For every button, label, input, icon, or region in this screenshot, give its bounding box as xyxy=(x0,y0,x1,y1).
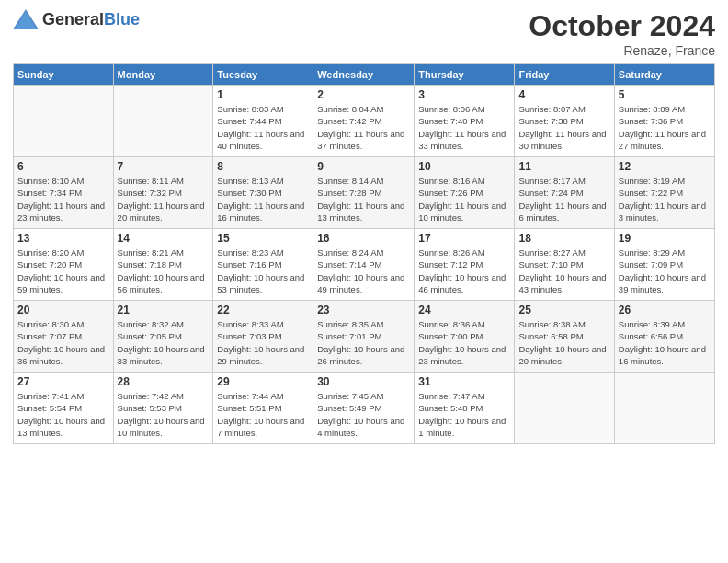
col-friday: Friday xyxy=(515,64,614,86)
table-row: 6Sunrise: 8:10 AM Sunset: 7:34 PM Daylig… xyxy=(14,157,114,229)
table-row xyxy=(14,86,114,157)
day-number: 14 xyxy=(118,232,210,245)
calendar-week-5: 27Sunrise: 7:41 AM Sunset: 5:54 PM Dayli… xyxy=(14,373,715,444)
day-number: 15 xyxy=(217,232,309,245)
day-number: 9 xyxy=(317,160,410,173)
table-row: 9Sunrise: 8:14 AM Sunset: 7:28 PM Daylig… xyxy=(313,157,415,229)
day-info: Sunrise: 8:20 AM Sunset: 7:20 PM Dayligh… xyxy=(17,247,109,295)
table-row: 1Sunrise: 8:03 AM Sunset: 7:44 PM Daylig… xyxy=(213,86,313,157)
day-info: Sunrise: 8:39 AM Sunset: 6:56 PM Dayligh… xyxy=(619,318,711,367)
table-row: 2Sunrise: 8:04 AM Sunset: 7:42 PM Daylig… xyxy=(313,86,415,157)
day-info: Sunrise: 8:10 AM Sunset: 7:34 PM Dayligh… xyxy=(17,175,109,224)
table-row: 15Sunrise: 8:23 AM Sunset: 7:16 PM Dayli… xyxy=(213,229,313,301)
day-number: 12 xyxy=(619,160,711,173)
logo-blue: Blue xyxy=(104,10,140,29)
day-number: 13 xyxy=(17,232,109,245)
day-number: 31 xyxy=(418,375,510,388)
day-info: Sunrise: 8:17 AM Sunset: 7:24 PM Dayligh… xyxy=(518,175,609,224)
day-number: 16 xyxy=(317,232,410,245)
table-row: 18Sunrise: 8:27 AM Sunset: 7:10 PM Dayli… xyxy=(515,229,614,301)
table-row xyxy=(113,86,213,157)
main-container: GeneralBlue October 2024 Renaze, France … xyxy=(0,0,728,454)
day-number: 25 xyxy=(518,304,609,316)
day-info: Sunrise: 8:32 AM Sunset: 7:05 PM Dayligh… xyxy=(118,318,210,367)
day-info: Sunrise: 8:29 AM Sunset: 7:09 PM Dayligh… xyxy=(619,247,711,295)
table-row: 8Sunrise: 8:13 AM Sunset: 7:30 PM Daylig… xyxy=(213,157,313,229)
day-info: Sunrise: 8:36 AM Sunset: 7:00 PM Dayligh… xyxy=(418,318,510,367)
month-title: October 2024 xyxy=(529,9,715,43)
day-info: Sunrise: 8:30 AM Sunset: 7:07 PM Dayligh… xyxy=(17,318,109,367)
day-number: 24 xyxy=(418,304,510,316)
day-number: 20 xyxy=(17,304,109,316)
day-number: 3 xyxy=(418,88,510,101)
day-info: Sunrise: 8:26 AM Sunset: 7:12 PM Dayligh… xyxy=(418,247,510,295)
calendar-week-4: 20Sunrise: 8:30 AM Sunset: 7:07 PM Dayli… xyxy=(14,301,715,373)
table-row: 16Sunrise: 8:24 AM Sunset: 7:14 PM Dayli… xyxy=(313,229,415,301)
calendar-week-2: 6Sunrise: 8:10 AM Sunset: 7:34 PM Daylig… xyxy=(14,157,715,229)
day-number: 4 xyxy=(518,88,609,101)
day-number: 23 xyxy=(317,304,410,316)
day-info: Sunrise: 8:23 AM Sunset: 7:16 PM Dayligh… xyxy=(217,247,309,295)
day-info: Sunrise: 8:38 AM Sunset: 6:58 PM Dayligh… xyxy=(518,318,609,367)
table-row: 27Sunrise: 7:41 AM Sunset: 5:54 PM Dayli… xyxy=(14,373,114,444)
day-number: 29 xyxy=(217,375,309,388)
day-number: 10 xyxy=(418,160,510,173)
col-wednesday: Wednesday xyxy=(313,64,415,86)
day-info: Sunrise: 8:07 AM Sunset: 7:38 PM Dayligh… xyxy=(518,103,609,152)
col-monday: Monday xyxy=(113,64,213,86)
col-thursday: Thursday xyxy=(415,64,515,86)
day-info: Sunrise: 8:21 AM Sunset: 7:18 PM Dayligh… xyxy=(118,247,210,295)
day-number: 21 xyxy=(118,304,210,316)
day-number: 17 xyxy=(418,232,510,245)
title-area: October 2024 Renaze, France xyxy=(529,9,715,58)
day-number: 28 xyxy=(118,375,210,388)
table-row: 10Sunrise: 8:16 AM Sunset: 7:26 PM Dayli… xyxy=(415,157,515,229)
calendar-week-1: 1Sunrise: 8:03 AM Sunset: 7:44 PM Daylig… xyxy=(14,86,715,157)
col-sunday: Sunday xyxy=(14,64,114,86)
day-info: Sunrise: 8:24 AM Sunset: 7:14 PM Dayligh… xyxy=(317,247,410,295)
day-number: 8 xyxy=(217,160,309,173)
svg-marker-1 xyxy=(15,13,37,29)
table-row: 29Sunrise: 7:44 AM Sunset: 5:51 PM Dayli… xyxy=(213,373,313,444)
day-info: Sunrise: 7:44 AM Sunset: 5:51 PM Dayligh… xyxy=(217,390,309,439)
day-info: Sunrise: 7:45 AM Sunset: 5:49 PM Dayligh… xyxy=(317,390,410,439)
table-row: 23Sunrise: 8:35 AM Sunset: 7:01 PM Dayli… xyxy=(313,301,415,373)
day-number: 22 xyxy=(217,304,309,316)
table-row: 26Sunrise: 8:39 AM Sunset: 6:56 PM Dayli… xyxy=(614,301,714,373)
subtitle: Renaze, France xyxy=(529,43,715,58)
logo: GeneralBlue xyxy=(13,9,140,29)
table-row: 19Sunrise: 8:29 AM Sunset: 7:09 PM Dayli… xyxy=(614,229,714,301)
table-row: 11Sunrise: 8:17 AM Sunset: 7:24 PM Dayli… xyxy=(515,157,614,229)
day-number: 6 xyxy=(17,160,109,173)
day-number: 7 xyxy=(118,160,210,173)
day-number: 2 xyxy=(317,88,410,101)
day-info: Sunrise: 8:06 AM Sunset: 7:40 PM Dayligh… xyxy=(418,103,510,152)
table-row: 25Sunrise: 8:38 AM Sunset: 6:58 PM Dayli… xyxy=(515,301,614,373)
col-saturday: Saturday xyxy=(614,64,714,86)
day-number: 5 xyxy=(619,88,711,101)
day-info: Sunrise: 7:47 AM Sunset: 5:48 PM Dayligh… xyxy=(418,390,510,439)
day-info: Sunrise: 8:27 AM Sunset: 7:10 PM Dayligh… xyxy=(518,247,609,295)
day-number: 11 xyxy=(518,160,609,173)
table-row: 20Sunrise: 8:30 AM Sunset: 7:07 PM Dayli… xyxy=(14,301,114,373)
table-row: 21Sunrise: 8:32 AM Sunset: 7:05 PM Dayli… xyxy=(113,301,213,373)
table-row: 30Sunrise: 7:45 AM Sunset: 5:49 PM Dayli… xyxy=(313,373,415,444)
logo-icon xyxy=(13,9,39,29)
table-row: 5Sunrise: 8:09 AM Sunset: 7:36 PM Daylig… xyxy=(614,86,714,157)
table-row: 24Sunrise: 8:36 AM Sunset: 7:00 PM Dayli… xyxy=(415,301,515,373)
col-tuesday: Tuesday xyxy=(213,64,313,86)
table-row: 17Sunrise: 8:26 AM Sunset: 7:12 PM Dayli… xyxy=(415,229,515,301)
day-info: Sunrise: 8:04 AM Sunset: 7:42 PM Dayligh… xyxy=(317,103,410,152)
day-number: 26 xyxy=(619,304,711,316)
table-row: 31Sunrise: 7:47 AM Sunset: 5:48 PM Dayli… xyxy=(415,373,515,444)
calendar-table: Sunday Monday Tuesday Wednesday Thursday… xyxy=(13,63,715,444)
table-row: 4Sunrise: 8:07 AM Sunset: 7:38 PM Daylig… xyxy=(515,86,614,157)
day-number: 1 xyxy=(217,88,309,101)
table-row: 22Sunrise: 8:33 AM Sunset: 7:03 PM Dayli… xyxy=(213,301,313,373)
day-info: Sunrise: 8:14 AM Sunset: 7:28 PM Dayligh… xyxy=(317,175,410,224)
calendar-week-3: 13Sunrise: 8:20 AM Sunset: 7:20 PM Dayli… xyxy=(14,229,715,301)
header-area: GeneralBlue October 2024 Renaze, France xyxy=(13,9,715,58)
table-row: 28Sunrise: 7:42 AM Sunset: 5:53 PM Dayli… xyxy=(113,373,213,444)
table-row: 14Sunrise: 8:21 AM Sunset: 7:18 PM Dayli… xyxy=(113,229,213,301)
day-info: Sunrise: 8:16 AM Sunset: 7:26 PM Dayligh… xyxy=(418,175,510,224)
